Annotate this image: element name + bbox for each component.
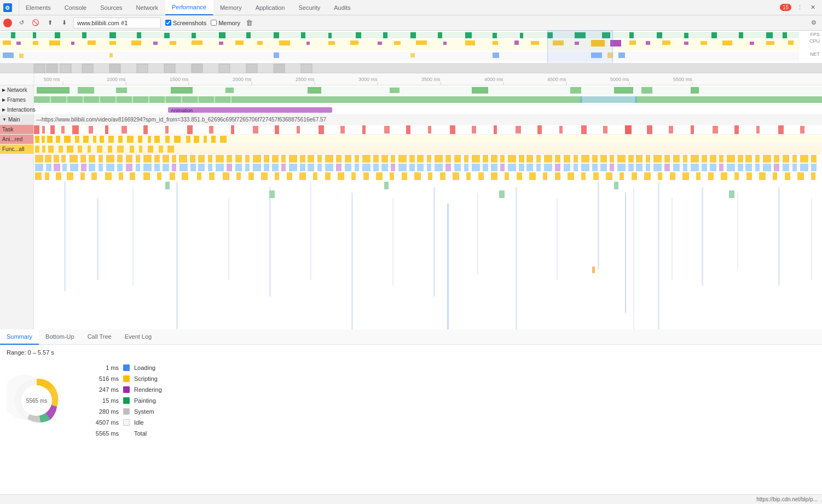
svg-rect-402 <box>45 172 49 180</box>
svg-rect-397 <box>783 164 789 171</box>
animation-label: Ani...red <box>0 135 34 144</box>
record-button[interactable] <box>3 19 12 27</box>
svg-rect-438 <box>505 172 509 180</box>
tab-console[interactable]: Console <box>58 0 94 15</box>
svg-rect-196 <box>75 136 79 143</box>
main-thread-label[interactable]: ▼ Main <box>0 115 34 124</box>
svg-rect-288 <box>574 155 578 163</box>
tab-summary[interactable]: Summary <box>0 329 39 345</box>
svg-rect-40 <box>109 41 116 45</box>
svg-rect-122 <box>116 88 127 93</box>
svg-rect-210 <box>204 136 207 143</box>
svg-rect-161 <box>209 126 213 134</box>
upload-button[interactable]: ⬆ <box>45 18 55 28</box>
svg-rect-192 <box>42 136 45 143</box>
main-ruler[interactable]: 500 ms 1000 ms 1500 ms 2000 ms 2500 ms 3… <box>0 73 822 85</box>
svg-rect-277 <box>472 155 480 163</box>
svg-rect-354 <box>391 164 395 171</box>
svg-rect-164 <box>275 125 279 134</box>
svg-rect-334 <box>208 164 212 171</box>
svg-rect-398 <box>792 164 797 171</box>
tab-application[interactable]: Application <box>249 0 292 15</box>
screenshot-strip[interactable] <box>0 63 822 73</box>
svg-rect-459 <box>773 172 777 180</box>
svg-rect-299 <box>673 155 680 163</box>
svg-rect-46 <box>235 40 244 45</box>
memory-toggle[interactable]: Memory <box>211 20 240 26</box>
svg-rect-433 <box>440 172 445 180</box>
svg-rect-468 <box>269 187 271 297</box>
settings-icon[interactable]: ⚙ <box>809 18 819 28</box>
tab-memory[interactable]: Memory <box>213 0 249 15</box>
svg-rect-85 <box>60 64 71 73</box>
svg-rect-15 <box>328 33 332 38</box>
rendering-color <box>123 386 130 393</box>
svg-rect-449 <box>644 172 651 180</box>
flame-chart-area[interactable] <box>0 154 822 329</box>
svg-rect-486 <box>165 182 170 189</box>
net-label: NET <box>810 51 820 57</box>
total-color <box>123 430 130 437</box>
svg-rect-473 <box>447 204 449 329</box>
svg-rect-399 <box>800 164 808 171</box>
more-options-icon[interactable]: ⋮ <box>795 3 804 13</box>
svg-rect-447 <box>620 172 624 180</box>
svg-rect-317 <box>54 164 60 171</box>
svg-rect-448 <box>632 172 637 180</box>
devtools-logo[interactable]: ⚙ <box>3 3 12 12</box>
trash-button[interactable]: 🗑 <box>245 18 254 28</box>
svg-rect-298 <box>664 155 670 163</box>
tab-audits[interactable]: Audits <box>327 0 358 15</box>
interactions-content[interactable]: Animation <box>34 105 822 114</box>
svg-rect-75 <box>19 54 24 58</box>
screenshots-toggle[interactable]: Screenshots <box>165 20 206 26</box>
tab-elements[interactable]: Elements <box>19 0 58 15</box>
interactions-track-label[interactable]: ▶ Interactions <box>0 105 34 114</box>
svg-rect-358 <box>427 164 431 171</box>
svg-rect-345 <box>308 164 314 171</box>
svg-rect-412 <box>170 172 175 180</box>
frames-content[interactable] <box>34 95 822 105</box>
tab-network[interactable]: Network <box>130 0 165 15</box>
svg-rect-130 <box>641 87 652 94</box>
svg-rect-319 <box>70 164 78 171</box>
error-badge[interactable]: 15 <box>780 4 791 11</box>
timeline-overview[interactable]: FPS CPU NET <box>0 31 822 63</box>
svg-rect-454 <box>708 172 714 180</box>
svg-rect-297 <box>653 155 662 163</box>
download-button[interactable]: ⬇ <box>59 18 69 28</box>
svg-rect-467 <box>228 198 229 280</box>
close-icon[interactable]: ✕ <box>808 3 818 13</box>
network-track-label[interactable]: ▶ Network <box>0 85 34 95</box>
animation-content[interactable] <box>34 135 822 144</box>
svg-rect-170 <box>406 125 410 134</box>
network-track-content[interactable] <box>34 85 822 95</box>
svg-rect-429 <box>390 172 394 180</box>
tab-sources[interactable]: Sources <box>94 0 129 15</box>
tab-bottom-up[interactable]: Bottom-Up <box>39 329 81 345</box>
reload-button[interactable]: ↺ <box>16 18 26 28</box>
svg-rect-487 <box>269 190 275 198</box>
svg-rect-22 <box>520 33 523 38</box>
svg-rect-204 <box>148 136 151 143</box>
svg-rect-14 <box>301 32 305 38</box>
svg-rect-89 <box>164 64 175 73</box>
task-content[interactable] <box>34 125 822 134</box>
svg-rect-408 <box>119 172 123 180</box>
tab-performance[interactable]: Performance <box>165 0 213 15</box>
frames-track-label[interactable]: ▶ Frames <box>0 95 34 105</box>
system-color <box>123 408 130 415</box>
svg-rect-386 <box>683 164 687 171</box>
svg-rect-418 <box>248 172 254 180</box>
clear-button[interactable]: 🚫 <box>31 18 40 28</box>
svg-rect-37 <box>49 40 60 45</box>
svg-rect-337 <box>235 164 242 171</box>
tab-event-log[interactable]: Event Log <box>118 329 159 345</box>
svg-rect-374 <box>574 164 578 171</box>
svg-rect-349 <box>345 164 351 171</box>
svg-rect-223 <box>117 146 124 153</box>
function-content[interactable] <box>34 144 822 154</box>
tab-call-tree[interactable]: Call Tree <box>81 329 118 345</box>
tab-security[interactable]: Security <box>292 0 327 15</box>
svg-rect-400 <box>811 164 817 171</box>
